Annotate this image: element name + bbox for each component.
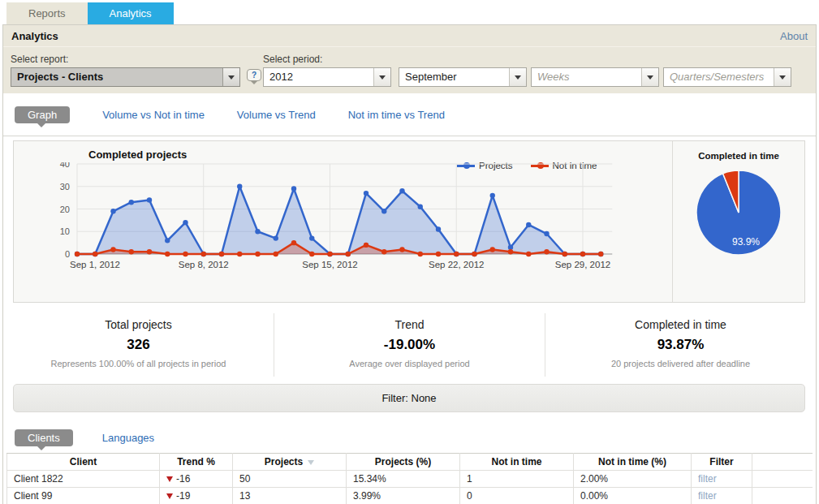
tab-not-in-time-vs-trend[interactable]: Not im time vs Trend (348, 109, 445, 121)
page-header: Analytics About (3, 25, 816, 47)
not-in-time-cell: 1 (460, 470, 574, 487)
trend-cell: -16 (160, 470, 233, 487)
about-link[interactable]: About (780, 30, 808, 42)
svg-text:Sep 22, 2012: Sep 22, 2012 (429, 260, 484, 269)
tab-clients[interactable]: Clients (15, 429, 73, 446)
view-tab-bar: Graph Volume vs Not in time Volume vs Tr… (3, 93, 816, 136)
table-header-row: Client Trend % Projects Projects (%) Not… (7, 453, 813, 470)
tab-reports[interactable]: Reports (6, 2, 88, 24)
quarters-select[interactable]: Quarters/Semesters (663, 67, 791, 87)
col-header-filler (752, 453, 813, 470)
quarters-select-arrow-button[interactable] (774, 68, 791, 86)
svg-text:93.9%: 93.9% (732, 236, 760, 248)
svg-text:Sep 29, 2012: Sep 29, 2012 (555, 260, 610, 269)
chevron-down-icon (228, 75, 235, 80)
projects-pct-cell: 15.34% (347, 470, 460, 487)
help-icon[interactable]: ? (247, 69, 261, 81)
svg-text:0: 0 (65, 249, 70, 259)
stat-completed-in-time: Completed in time 93.87% 20 projects del… (545, 313, 816, 377)
projects-cell: 13 (233, 487, 347, 504)
col-header-projects-pct[interactable]: Projects (%) (347, 453, 460, 470)
svg-text:30: 30 (60, 182, 70, 192)
report-select-arrow-button[interactable] (222, 68, 239, 86)
month-select-value: September (399, 68, 509, 86)
tab-graph[interactable]: Graph (15, 106, 70, 123)
projects-pct-cell: 3.99% (347, 487, 460, 504)
svg-text:Sep 1, 2012: Sep 1, 2012 (70, 260, 120, 269)
svg-text:20: 20 (60, 205, 70, 214)
table-tab-bar: Clients Languages (3, 427, 816, 448)
filter-link[interactable]: filter (698, 490, 717, 502)
not-in-time-pct-cell: 0.00% (574, 487, 692, 504)
chevron-down-icon (647, 75, 653, 80)
year-select-arrow-button[interactable] (373, 68, 390, 86)
page-title: Analytics (11, 30, 58, 42)
weeks-select[interactable]: Weeks (531, 67, 659, 87)
chevron-down-icon (515, 75, 521, 80)
tab-volume-vs-not-in-time[interactable]: Volume vs Not in time (102, 109, 205, 121)
svg-text:40: 40 (60, 162, 70, 169)
projects-cell: 50 (233, 470, 347, 487)
filter-cell: filter (692, 487, 752, 504)
completed-in-time-pie: 93.9% (673, 167, 804, 263)
analytics-page: Analytics About Select report: Select pe… (2, 24, 817, 504)
year-select[interactable]: 2012 (263, 67, 391, 87)
chevron-down-icon (779, 75, 786, 80)
svg-text:Sep 15, 2012: Sep 15, 2012 (302, 260, 357, 269)
not-in-time-cell: 0 (460, 487, 574, 504)
client-name-cell: Client 1822 (7, 470, 160, 487)
col-header-projects[interactable]: Projects (233, 453, 347, 470)
report-select[interactable]: Projects - Clients (11, 67, 240, 87)
completed-projects-chart: 010203040Sep 1, 2012Sep 8, 2012Sep 15, 2… (20, 162, 613, 286)
col-header-not-in-time[interactable]: Not in time (460, 453, 574, 470)
chevron-down-icon (379, 75, 386, 80)
select-period-label: Select period: (263, 54, 322, 65)
col-header-filter: Filter (692, 453, 752, 470)
top-tab-bar: Reports Analytics (6, 2, 174, 24)
col-header-client[interactable]: Client (7, 453, 160, 470)
sort-desc-icon (308, 460, 314, 465)
clients-table: Client Trend % Projects Projects (%) Not… (6, 453, 813, 504)
trend-down-icon (166, 493, 173, 499)
chart-title: Completed projects (88, 149, 187, 161)
filter-cell: filter (692, 470, 752, 487)
summary-stats: Total projects 326 Represents 100.00% of… (3, 313, 816, 377)
report-select-value: Projects - Clients (11, 68, 222, 86)
month-select-arrow-button[interactable] (509, 68, 526, 86)
tab-analytics[interactable]: Analytics (88, 2, 174, 24)
quarters-select-placeholder: Quarters/Semesters (664, 68, 774, 86)
trend-down-icon (166, 476, 173, 482)
filter-link[interactable]: filter (698, 473, 717, 485)
col-header-not-in-time-pct[interactable]: Not in time (%) (574, 453, 692, 470)
table-row: Client 1822 -16 50 15.34% 1 2.00% filter (7, 470, 813, 487)
table-row: Client 99 -19 13 3.99% 0 0.00% filter (7, 487, 813, 504)
chart-panel: Completed projects Projects Not in time … (13, 140, 805, 303)
weeks-select-arrow-button[interactable] (641, 68, 658, 86)
tab-volume-vs-trend[interactable]: Volume vs Trend (237, 109, 316, 121)
select-report-label: Select report: (11, 54, 68, 65)
not-in-time-pct-cell: 2.00% (574, 470, 692, 487)
year-select-value: 2012 (264, 68, 373, 86)
svg-text:Sep 8, 2012: Sep 8, 2012 (179, 260, 229, 269)
tab-languages[interactable]: Languages (102, 432, 154, 444)
weeks-select-placeholder: Weeks (532, 68, 641, 86)
month-select[interactable]: September (399, 67, 527, 87)
col-header-trend[interactable]: Trend % (160, 453, 233, 470)
stat-trend: Trend -19.00% Average over displayed per… (274, 313, 545, 377)
svg-text:10: 10 (60, 226, 70, 236)
client-name-cell: Client 99 (7, 487, 160, 504)
stat-total-projects: Total projects 326 Represents 100.00% of… (3, 313, 274, 377)
report-controls: Select report: Select period: Projects -… (3, 47, 816, 93)
filter-bar[interactable]: Filter: None (13, 384, 805, 412)
pie-panel: Completed in time 93.9% (672, 141, 804, 302)
trend-cell: -19 (160, 487, 233, 504)
pie-title: Completed in time (673, 151, 804, 161)
